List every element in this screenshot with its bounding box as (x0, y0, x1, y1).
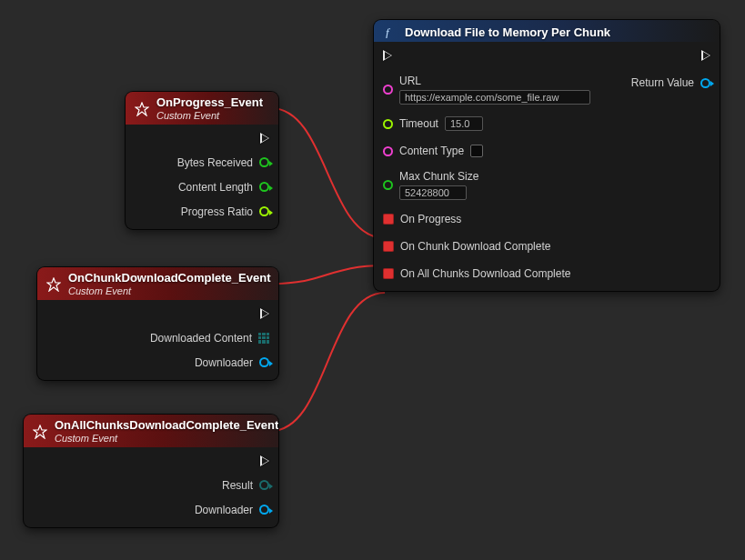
pin-content-length[interactable]: Content Length (178, 179, 269, 195)
content-type-input[interactable] (470, 145, 483, 157)
function-icon: f (383, 25, 398, 39)
node-onallchunksdownloadcomplete-event[interactable]: OnAllChunksDownloadComplete_Event Custom… (24, 415, 278, 527)
exec-input-pin[interactable] (383, 47, 392, 64)
pin-downloader[interactable]: Downloader (195, 355, 269, 371)
timeout-input[interactable] (445, 116, 483, 131)
exec-output-pin[interactable] (701, 47, 710, 64)
node-subtitle: Custom Event (55, 433, 278, 445)
node-header[interactable]: f Download File to Memory Per Chunk (374, 20, 720, 42)
event-icon (135, 102, 149, 116)
max-chunk-size-input[interactable] (399, 185, 467, 200)
pin-on-progress[interactable]: On Progress (383, 211, 461, 227)
exec-output-pin[interactable] (260, 130, 269, 146)
node-title: OnChunkDownloadComplete_Event (68, 272, 270, 285)
node-title: OnProgress_Event (156, 96, 263, 110)
exec-output-pin[interactable] (260, 305, 269, 322)
node-header[interactable]: OnChunkDownloadComplete_Event Custom Eve… (37, 267, 278, 300)
node-subtitle: Custom Event (68, 285, 270, 297)
pin-return-value[interactable]: Return Value (631, 75, 710, 91)
node-title: OnAllChunksDownloadComplete_Event (55, 419, 278, 433)
event-icon (33, 425, 47, 439)
pin-on-all-chunks-download-complete[interactable]: On All Chunks Download Complete (383, 265, 570, 282)
pin-timeout[interactable]: Timeout (383, 115, 483, 132)
pin-bytes-received[interactable]: Bytes Received (177, 155, 269, 171)
pin-on-chunk-download-complete[interactable]: On Chunk Download Complete (383, 238, 550, 255)
node-title: Download File to Memory Per Chunk (405, 25, 610, 39)
pin-content-type[interactable]: Content Type (383, 143, 483, 159)
event-icon (46, 277, 61, 292)
node-onchunkdownloadcomplete-event[interactable]: OnChunkDownloadComplete_Event Custom Eve… (37, 267, 278, 380)
node-header[interactable]: OnAllChunksDownloadComplete_Event Custom… (24, 415, 278, 447)
pin-max-chunk-size[interactable]: Max Chunk Size (383, 170, 478, 200)
node-download-file-to-memory-per-chunk[interactable]: f Download File to Memory Per Chunk URL … (374, 20, 720, 291)
blueprint-graph-canvas[interactable]: OnProgress_Event Custom Event Bytes Rece… (0, 0, 745, 560)
pin-downloaded-content[interactable]: Downloaded Content (150, 330, 269, 346)
node-onprogress-event[interactable]: OnProgress_Event Custom Event Bytes Rece… (126, 92, 278, 229)
exec-output-pin[interactable] (260, 453, 269, 469)
pin-downloader[interactable]: Downloader (195, 502, 269, 518)
pin-url[interactable]: URL (383, 75, 590, 105)
pin-result[interactable]: Result (222, 477, 269, 494)
url-input[interactable] (399, 90, 590, 105)
node-header[interactable]: OnProgress_Event Custom Event (126, 92, 278, 125)
node-subtitle: Custom Event (156, 110, 263, 122)
pin-progress-ratio[interactable]: Progress Ratio (181, 204, 269, 220)
svg-text:f: f (386, 25, 391, 38)
